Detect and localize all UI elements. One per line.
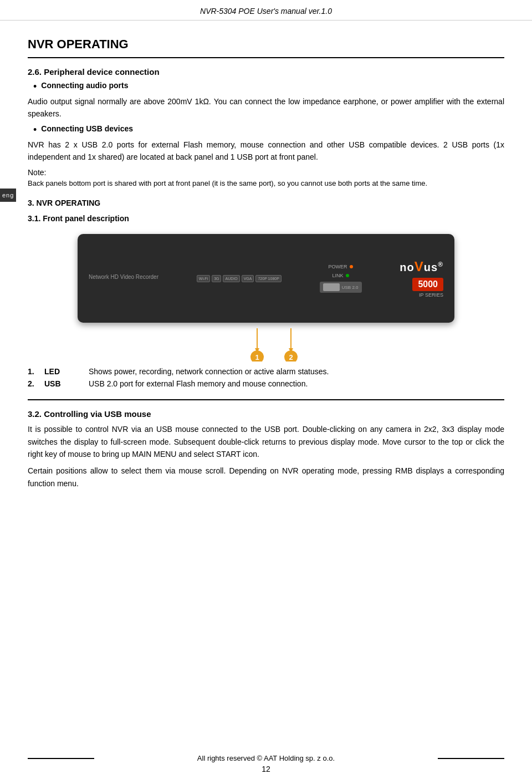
device-front-panel: Network HD Video Recorder Wi-Fi 3G AUDIO… [78, 234, 454, 323]
device-type-label: Network HD Video Recorder [89, 274, 158, 280]
device-indicators-usb: POWER LINK USB 2.0 [320, 264, 362, 293]
audio-button: AUDIO [223, 275, 239, 282]
legend-key-1: LED [44, 367, 89, 376]
footer-line-right [438, 758, 504, 759]
page-number-area: 12 [0, 765, 532, 773]
section-31-heading: 3.1. Front panel description [28, 214, 504, 223]
device-image-area: Network HD Video Recorder Wi-Fi 3G AUDIO… [28, 234, 504, 323]
legend-key-2: USB [44, 379, 89, 388]
main-content: NVR OPERATING 2.6. Peripheral device con… [28, 21, 504, 490]
link-indicator-row: LINK [332, 273, 349, 278]
usb-body-text: NVR has 2 x USB 2.0 ports for external F… [28, 139, 504, 164]
audio-body-text: Audio output signal normally are above 2… [28, 95, 504, 120]
legend-table: 1. LED Shows power, recording, network c… [28, 367, 504, 388]
note-label: Note: [28, 168, 504, 177]
legend-num-2: 2. [28, 379, 44, 388]
arrows-area: 1 2 [28, 328, 504, 362]
legend-val-2: USB 2.0 port for external Flash memory a… [89, 379, 504, 388]
usb-port-area: USB 2.0 [320, 282, 362, 293]
page-wrapper: NVR-5304 POE User's manual ver.1.0 eng N… [0, 0, 532, 779]
logo-no: no [400, 261, 414, 273]
novus-logo: noVus® [400, 259, 443, 274]
page-number: 12 [262, 765, 270, 773]
power-indicator-row: POWER [329, 264, 353, 269]
resolution-button: 720P 1080P [255, 275, 281, 282]
wifi-button: Wi-Fi [197, 275, 210, 282]
arrows-svg: 1 2 [78, 328, 454, 362]
section-32-body1: It is possible to control NVR via an USB… [28, 423, 504, 460]
section-32-heading: 3.2. Controlling via USB mouse [28, 409, 504, 419]
device-left-side: Network HD Video Recorder [89, 274, 158, 283]
section-26-heading: 2.6. Peripheral device connection [28, 67, 504, 77]
logo-r: ® [438, 261, 443, 269]
bullet-dot-1: • [33, 81, 37, 93]
legend-val-1: Shows power, recording, network connecti… [89, 367, 504, 376]
footer-line-left [28, 758, 94, 759]
power-label: POWER [329, 264, 347, 269]
bullet-usb: • Connecting USB devices [33, 124, 504, 136]
page-title: NVR OPERATING [28, 37, 504, 52]
title-divider [28, 57, 504, 58]
footer-text: All rights reserved © AAT Holding sp. z … [197, 754, 335, 762]
power-led [350, 265, 353, 268]
section-3-heading: 3. NVR OPERATING [28, 198, 504, 207]
legend-row-1: 1. LED Shows power, recording, network c… [28, 367, 504, 376]
svg-text:2: 2 [289, 353, 293, 362]
bullet-audio: • Connecting audio ports [33, 81, 504, 93]
series-badge: 5000 [412, 278, 443, 291]
page-header: NVR-5304 POE User's manual ver.1.0 [0, 0, 532, 21]
bullet-usb-label: Connecting USB devices [41, 124, 133, 133]
note-text: Back panels bottom port is shared with p… [28, 178, 504, 189]
link-led [346, 274, 349, 277]
usb-port-label: USB 2.0 [342, 285, 359, 290]
series-sub-label: IP SERIES [419, 292, 443, 298]
link-label: LINK [332, 273, 344, 278]
logo-v: V [415, 259, 424, 274]
vga-button: VGA [242, 275, 254, 282]
page-footer: All rights reserved © AAT Holding sp. z … [0, 754, 532, 762]
arrows-inner: 1 2 [78, 328, 454, 362]
device-right-side: noVus® 5000 IP SERIES [400, 259, 443, 298]
usb-port-visual [323, 283, 340, 291]
device-buttons-row: Wi-Fi 3G AUDIO VGA 720P 1080P [197, 275, 282, 282]
section-32-divider [28, 399, 504, 400]
section-32-body2: Certain positions allow to select them v… [28, 465, 504, 490]
language-label: eng [0, 189, 16, 202]
bullet-dot-2: • [33, 124, 37, 136]
3g-button: 3G [212, 275, 221, 282]
legend-row-2: 2. USB USB 2.0 port for external Flash m… [28, 379, 504, 388]
bullet-audio-label: Connecting audio ports [41, 81, 128, 90]
svg-text:1: 1 [255, 353, 259, 362]
header-title: NVR-5304 POE User's manual ver.1.0 [200, 7, 332, 16]
logo-us: us [424, 261, 438, 273]
legend-num-1: 1. [28, 367, 44, 376]
device-center-area: Wi-Fi 3G AUDIO VGA 720P 1080P [197, 275, 282, 282]
